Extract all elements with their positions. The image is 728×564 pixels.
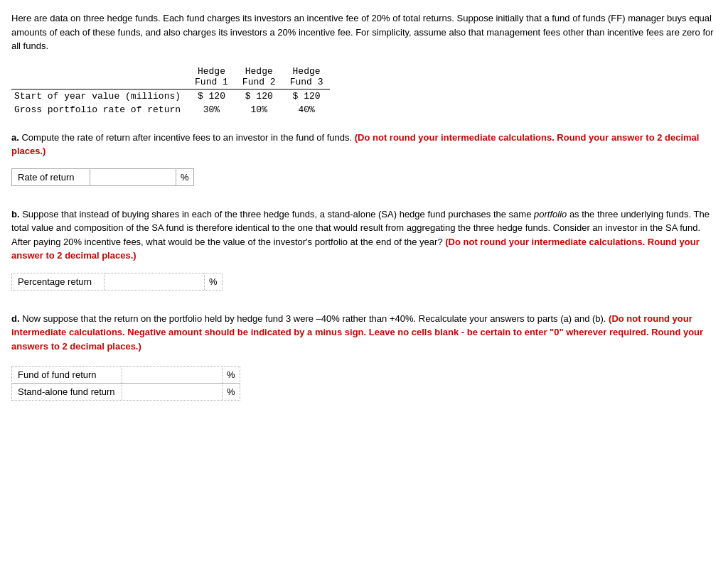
pct-return-input-group: Percentage return % bbox=[11, 273, 223, 291]
section-a-text: Compute the rate of return after incenti… bbox=[21, 132, 352, 143]
table-header-fund2: HedgeFund 2 bbox=[235, 65, 283, 90]
fund-of-fund-return-row: Fund of fund return % bbox=[12, 367, 240, 384]
table-row-start-value-fund3: $ 120 bbox=[283, 89, 331, 103]
table-row-return-fund3: 40% bbox=[283, 103, 331, 116]
table-row-return-fund1: 30% bbox=[188, 103, 235, 116]
standalone-fund-return-label: Stand-alone fund return bbox=[12, 384, 122, 400]
section-b: b. Suppose that instead of buying shares… bbox=[11, 207, 717, 291]
standalone-fund-return-row: Stand-alone fund return % bbox=[12, 384, 240, 400]
section-b-title: b. Suppose that instead of buying shares… bbox=[11, 207, 717, 263]
rate-return-label: Rate of return bbox=[12, 169, 90, 185]
fund-of-fund-return-pct: % bbox=[222, 367, 240, 383]
table-row-return-fund2: 10% bbox=[235, 103, 283, 116]
table-row-start-value-fund2: $ 120 bbox=[235, 89, 283, 103]
section-a-title: a. Compute the rate of return after ince… bbox=[11, 131, 717, 158]
rate-return-input[interactable] bbox=[90, 169, 176, 185]
pct-return-pct: % bbox=[204, 273, 222, 290]
fund-of-fund-return-label: Fund of fund return bbox=[12, 367, 122, 383]
hedge-fund-table: HedgeFund 1 HedgeFund 2 HedgeFund 3 Star… bbox=[11, 65, 330, 116]
standalone-fund-return-pct: % bbox=[222, 384, 240, 400]
section-d: d. Now suppose that the return on the po… bbox=[11, 312, 717, 401]
table-row-start-value-fund1: $ 120 bbox=[188, 89, 235, 103]
intro-paragraph: Here are data on three hedge funds. Each… bbox=[11, 11, 717, 53]
table-header-fund1: HedgeFund 1 bbox=[188, 65, 235, 90]
table-row-return-label: Gross portfolio rate of return bbox=[11, 103, 188, 116]
section-d-inputs: Fund of fund return % Stand-alone fund r… bbox=[11, 366, 240, 401]
section-a: a. Compute the rate of return after ince… bbox=[11, 131, 717, 186]
fund-of-fund-return-input[interactable] bbox=[122, 367, 222, 383]
table-header-fund3: HedgeFund 3 bbox=[283, 65, 331, 90]
pct-return-label: Percentage return bbox=[12, 273, 105, 290]
table-row-start-value-label: Start of year value (millions) bbox=[11, 89, 188, 103]
standalone-fund-return-input[interactable] bbox=[122, 384, 222, 400]
section-d-label: d. bbox=[11, 313, 20, 324]
pct-return-input[interactable] bbox=[105, 273, 204, 290]
table-header-empty bbox=[11, 65, 188, 90]
section-b-label: b. bbox=[11, 209, 20, 219]
rate-return-pct: % bbox=[176, 169, 193, 185]
section-a-label: a. bbox=[11, 132, 19, 143]
section-d-text: Now suppose that the return on the portf… bbox=[22, 313, 609, 324]
section-d-title: d. Now suppose that the return on the po… bbox=[11, 312, 717, 354]
rate-return-input-group: Rate of return % bbox=[11, 168, 194, 186]
